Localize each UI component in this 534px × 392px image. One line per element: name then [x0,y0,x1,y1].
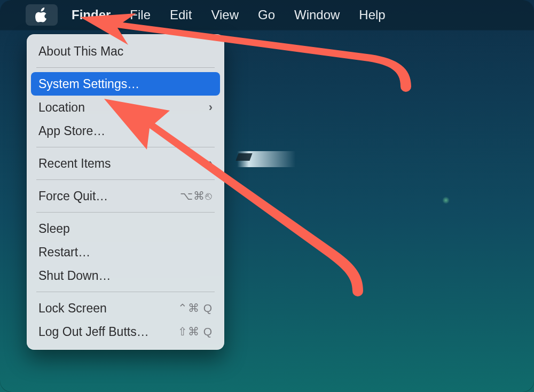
menu-item-force-quit[interactable]: Force Quit… ⌥⌘⎋ [31,184,220,208]
menu-item-system-settings[interactable]: System Settings… [31,72,220,96]
menu-item-label: Recent Items [38,156,111,171]
menu-item-label: Location [38,100,85,115]
apple-logo-icon [35,7,48,22]
wallpaper-artifact [237,151,296,167]
menu-item-shortcut: ⌃⌘ Q [178,302,213,315]
menu-separator [36,292,215,292]
menu-item-shut-down[interactable]: Shut Down… [31,264,220,287]
menu-item-lock-screen[interactable]: Lock Screen ⌃⌘ Q [31,296,220,320]
menubar-item-help[interactable]: Help [349,7,395,22]
menu-item-label: Force Quit… [38,189,108,203]
menu-item-label: Sleep [38,222,70,236]
wallpaper-dot [442,197,450,204]
menu-item-label: Shut Down… [38,269,111,283]
menu-item-location[interactable]: Location › [31,96,220,119]
menu-separator [36,147,215,147]
submenu-chevron-icon: › [209,156,213,170]
menu-item-label: About This Mac [38,44,123,59]
menu-item-label: Restart… [38,245,90,260]
menubar-item-window[interactable]: Window [285,7,349,22]
menu-item-shortcut: ⇧⌘ Q [178,325,213,338]
apple-menu-dropdown: About This Mac System Settings… Location… [27,34,224,350]
menu-separator [36,179,215,180]
menu-separator [36,212,215,213]
menu-item-about-this-mac[interactable]: About This Mac [31,40,220,63]
menubar-item-file[interactable]: File [120,7,160,22]
menu-item-label: System Settings… [38,77,139,91]
menu-item-label: Lock Screen [38,301,107,316]
menubar: Finder File Edit View Go Window Help [0,0,534,30]
menu-item-shortcut: ⌥⌘⎋ [180,190,213,202]
menu-item-restart[interactable]: Restart… [31,240,220,264]
menu-item-recent-items[interactable]: Recent Items › [31,152,220,175]
menubar-item-view[interactable]: View [201,7,248,22]
menu-separator [36,67,215,68]
menu-item-app-store[interactable]: App Store… [31,119,220,143]
menu-item-label: App Store… [38,124,105,138]
menu-item-log-out[interactable]: Log Out Jeff Butts… ⇧⌘ Q [31,320,220,343]
apple-menu-button[interactable] [26,4,58,26]
menu-item-sleep[interactable]: Sleep [31,217,220,240]
submenu-chevron-icon: › [209,100,213,114]
menu-item-label: Log Out Jeff Butts… [38,325,149,339]
active-app-name[interactable]: Finder [62,7,120,22]
menubar-item-edit[interactable]: Edit [160,7,201,22]
menubar-item-go[interactable]: Go [248,7,285,22]
